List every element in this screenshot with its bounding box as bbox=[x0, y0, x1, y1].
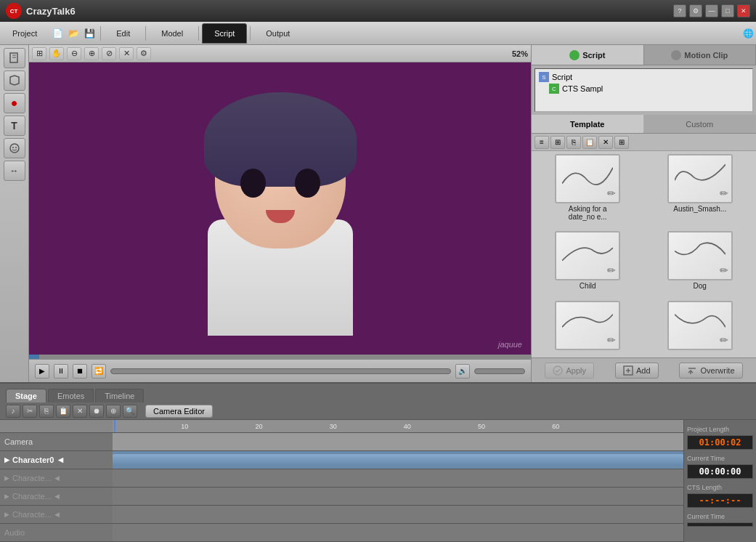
pause-button[interactable]: ⏸ bbox=[54, 364, 68, 379]
bt-music-button[interactable]: ♪ bbox=[6, 405, 20, 418]
overwrite-button[interactable]: Overwrite bbox=[679, 363, 742, 379]
btab-timeline[interactable]: Timeline bbox=[95, 389, 144, 403]
sub-tabs: Template Custom bbox=[532, 115, 756, 134]
bt-record-button[interactable]: ⏺ bbox=[89, 405, 104, 418]
tab-script-right[interactable]: Script bbox=[532, 45, 644, 65]
tab-project[interactable]: Project bbox=[0, 23, 49, 44]
close-button[interactable]: ✕ bbox=[737, 4, 750, 17]
bt-delete-button[interactable]: ✕ bbox=[73, 405, 87, 418]
bt-cut-button[interactable]: ✂ bbox=[23, 405, 37, 418]
save-file-button[interactable]: 💾 bbox=[81, 25, 97, 41]
track-labels: Camera ▶ Character0 ◀ ▶ Characte... ◀ ▶ … bbox=[0, 420, 113, 542]
tab-motionclip[interactable]: Motion Clip bbox=[644, 45, 757, 65]
ruler-mark-30: 30 bbox=[330, 423, 337, 430]
text-button[interactable]: T bbox=[4, 116, 25, 136]
clip-thumb-1[interactable]: ✏ bbox=[555, 154, 620, 203]
clip-curve-2 bbox=[675, 161, 725, 187]
maximize-button[interactable]: □ bbox=[721, 4, 734, 17]
script-tree[interactable]: S Script C CTS Sampl bbox=[535, 68, 753, 112]
zoom-in-button[interactable]: ⊕ bbox=[84, 47, 99, 60]
clip-curve-6 bbox=[675, 308, 725, 333]
character3-icon: ▶ bbox=[4, 511, 9, 518]
tab-model[interactable]: Model bbox=[149, 23, 195, 44]
rp-paste-button[interactable]: 📋 bbox=[582, 136, 597, 149]
tab-edit[interactable]: Edit bbox=[104, 23, 142, 44]
rp-delete-button[interactable]: ✕ bbox=[598, 136, 613, 149]
bt-search-button[interactable]: 🔍 bbox=[123, 405, 137, 418]
clip-item-1[interactable]: ✏ Asking for a date_no e... bbox=[535, 154, 641, 225]
clip-curve-1 bbox=[562, 161, 613, 187]
bt-extra-button[interactable]: ⊕ bbox=[106, 405, 121, 418]
script-tree-child[interactable]: C CTS Sampl bbox=[537, 83, 750, 94]
script-tree-root[interactable]: S Script bbox=[537, 71, 750, 83]
open-file-button[interactable]: 📂 bbox=[65, 25, 81, 41]
tab-output[interactable]: Output bbox=[253, 23, 302, 44]
timeline-scrubber[interactable] bbox=[110, 368, 451, 374]
clip-thumb-bg-4: ✏ bbox=[669, 232, 731, 279]
record-button[interactable]: ● bbox=[4, 93, 25, 113]
timeline-track-char2[interactable] bbox=[113, 488, 683, 506]
clip-thumb-6[interactable]: ✏ bbox=[667, 301, 733, 350]
bt-paste-button[interactable]: 📋 bbox=[56, 405, 70, 418]
viewport-center bbox=[94, 62, 466, 355]
clip-thumb-bg-5: ✏ bbox=[556, 302, 619, 349]
timeline-track-char3[interactable] bbox=[113, 506, 683, 524]
no-action-button[interactable]: ⊘ bbox=[102, 47, 116, 60]
clip-item-2[interactable]: ✏ Austin_Smash... bbox=[647, 154, 754, 225]
rp-grid-button[interactable]: ⊞ bbox=[550, 136, 565, 149]
new-document-button[interactable] bbox=[4, 48, 25, 68]
clip-thumb-5[interactable]: ✏ bbox=[555, 301, 620, 350]
apply-icon bbox=[553, 365, 563, 376]
rp-list-button[interactable]: ≡ bbox=[535, 136, 549, 149]
add-button[interactable]: Add bbox=[615, 363, 659, 379]
close-view-button[interactable]: ✕ bbox=[119, 47, 134, 60]
import-button[interactable] bbox=[4, 70, 25, 91]
rp-extra-button[interactable]: ⊞ bbox=[614, 136, 629, 149]
help-button[interactable]: ? bbox=[673, 4, 686, 17]
clip-thumb-3[interactable]: ✏ bbox=[555, 231, 620, 280]
zoom-out-button[interactable]: ⊖ bbox=[67, 47, 81, 60]
timeline-track-camera[interactable] bbox=[113, 433, 683, 451]
new-file-button[interactable]: 📄 bbox=[49, 25, 65, 41]
tab-custom[interactable]: Custom bbox=[644, 115, 757, 133]
clip-thumb-bg-1: ✏ bbox=[556, 155, 619, 202]
btab-emotes[interactable]: Emotes bbox=[48, 389, 94, 403]
clip-edit-icon-2: ✏ bbox=[720, 187, 728, 199]
rp-copy-button[interactable]: ⎘ bbox=[566, 136, 581, 149]
loop-button[interactable]: 🔁 bbox=[92, 364, 106, 379]
volume-slider[interactable] bbox=[474, 368, 525, 374]
clip-item-6[interactable]: ✏ bbox=[647, 301, 754, 355]
timeline-playhead[interactable] bbox=[114, 420, 115, 432]
bt-copy-button[interactable]: ⎘ bbox=[39, 405, 54, 418]
timeline-track-character0[interactable] bbox=[113, 451, 683, 469]
stop-button[interactable]: ⏹ bbox=[73, 364, 87, 379]
clip-thumb-2[interactable]: ✏ bbox=[667, 154, 733, 203]
btab-stage[interactable]: Stage bbox=[6, 389, 46, 403]
face-edit-button[interactable] bbox=[4, 138, 25, 158]
clip-thumb-bg-3: ✏ bbox=[556, 232, 619, 279]
play-button[interactable]: ▶ bbox=[35, 364, 49, 379]
pan-tool-button[interactable]: ✋ bbox=[49, 47, 64, 60]
camera-editor-button[interactable]: Camera Editor bbox=[145, 405, 213, 418]
help-icon-button[interactable]: 🌐 bbox=[740, 25, 756, 41]
character0-indicator: ◀ bbox=[58, 456, 63, 464]
track-character3: ▶ Characte... ◀ bbox=[0, 506, 113, 524]
clip-item-5[interactable]: ✏ bbox=[535, 301, 641, 355]
timeline-ruler[interactable]: 10 20 30 40 50 60 bbox=[113, 420, 683, 433]
tab-script[interactable]: Script bbox=[202, 23, 247, 44]
minimize-button[interactable]: — bbox=[705, 4, 718, 17]
timeline-track-char1[interactable] bbox=[113, 469, 683, 488]
viewport[interactable]: jaquue bbox=[29, 62, 531, 355]
timeline-track-audio[interactable] bbox=[113, 524, 683, 542]
settings-button[interactable]: ⚙ bbox=[689, 4, 702, 17]
clip-grid: ✏ Asking for a date_no e... ✏ Austin_Sma… bbox=[532, 151, 756, 357]
apply-button[interactable]: Apply bbox=[545, 363, 594, 379]
align-button[interactable]: ↔ bbox=[4, 161, 25, 181]
tab-template[interactable]: Template bbox=[532, 115, 644, 133]
clip-item-4[interactable]: ✏ Dog bbox=[647, 231, 754, 294]
volume-button[interactable]: 🔊 bbox=[455, 364, 470, 379]
settings-view-button[interactable]: ⚙ bbox=[137, 47, 151, 60]
clip-item-3[interactable]: ✏ Child bbox=[535, 231, 641, 294]
expand-view-button[interactable]: ⊞ bbox=[32, 47, 46, 60]
clip-thumb-4[interactable]: ✏ bbox=[667, 231, 733, 280]
